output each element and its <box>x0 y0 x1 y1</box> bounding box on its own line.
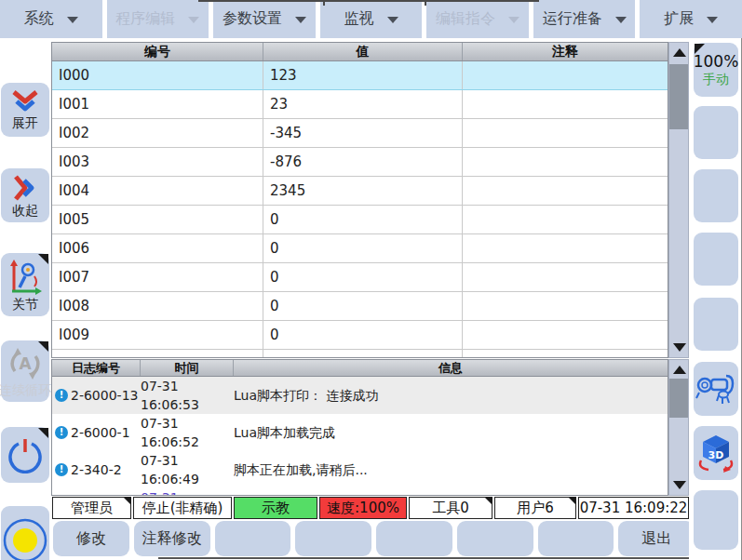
variable-row-I008[interactable]: I0080 <box>52 292 668 321</box>
view-3d-button[interactable]: 3D <box>694 426 738 480</box>
variable-row-I005[interactable]: I0050 <box>52 206 668 234</box>
variable-comment-cell <box>463 90 668 118</box>
soft-key-label: 修改 <box>76 529 106 549</box>
log-scrollbar-thumb[interactable] <box>669 379 688 418</box>
corner-marker-icon <box>38 428 48 438</box>
joint-coord-button[interactable]: 关节 <box>1 253 49 316</box>
variable-value-cell: 0 <box>263 263 463 291</box>
servo-indicator-button[interactable] <box>1 506 49 560</box>
variable-comment-cell <box>463 292 668 320</box>
log-row-4[interactable]: !1-923-107-31 16:06:29伺服没有打开，请先打开伺服 <box>52 488 668 496</box>
variable-row-I000[interactable]: I000123 <box>52 61 668 90</box>
status-speed[interactable]: 速度:100% <box>319 497 407 519</box>
continuous-cycle-label: 连续循环 <box>0 382 51 397</box>
variable-row-I010[interactable]: I010236 <box>52 350 668 358</box>
variable-id-cell: I000 <box>52 61 263 89</box>
continuous-cycle-button: A 连续循环 <box>1 340 49 402</box>
log-scrollbar[interactable] <box>668 359 689 496</box>
log-message-cell: Lua脚本加载完成 <box>234 423 668 442</box>
info-icon: ! <box>55 463 68 476</box>
log-column-id: 日志编号 <box>52 360 141 376</box>
variable-row-I001[interactable]: I00123 <box>52 90 668 119</box>
variable-value-cell: -345 <box>263 119 463 147</box>
soft-key-bar: 修改注释修改退出 <box>53 521 695 556</box>
chevron-down-icon <box>295 17 306 23</box>
table-scrollbar-thumb[interactable] <box>669 64 688 129</box>
variable-value-cell: 0 <box>263 292 463 320</box>
soft-key-empty-6[interactable] <box>457 521 533 556</box>
table-scrollbar[interactable] <box>668 42 689 358</box>
scroll-down-icon[interactable] <box>673 481 686 489</box>
variable-row-I007[interactable]: I0070 <box>52 263 668 292</box>
right-toolbar-button-2[interactable] <box>694 106 738 159</box>
variable-row-I003[interactable]: I003-876 <box>52 148 668 177</box>
menu-item-7[interactable]: 扩展 <box>640 0 742 38</box>
scroll-up-icon[interactable] <box>673 48 686 57</box>
variable-row-I006[interactable]: I0060 <box>52 234 668 263</box>
variable-comment-cell <box>463 61 668 89</box>
log-message-cell: 脚本正在加载,请稍后... <box>234 460 668 479</box>
variable-row-I004[interactable]: I0042345 <box>52 177 668 206</box>
expand-button[interactable]: 展开 <box>1 83 49 137</box>
log-message-line: 脚本正在加载,请稍后... <box>234 460 668 479</box>
variable-comment-cell <box>463 234 668 262</box>
teach-pendant-button[interactable] <box>694 362 738 416</box>
variable-row-I009[interactable]: I0090 <box>52 321 668 350</box>
scroll-down-icon[interactable] <box>673 343 686 352</box>
right-toolbar-button-3[interactable] <box>694 169 738 222</box>
corner-marker-icon <box>38 254 48 264</box>
soft-key-empty-5[interactable] <box>376 521 452 556</box>
log-row-1[interactable]: !2-6000-1307-31 16:06:53Lua脚本打印： 连接成功 <box>52 377 668 414</box>
menu-item-label: 参数设置 <box>223 9 282 29</box>
soft-key-注释修改[interactable]: 注释修改 <box>134 521 210 556</box>
corner-marker-icon <box>123 497 131 505</box>
variable-id-cell: I009 <box>52 321 263 349</box>
log-column-time: 时间 <box>141 360 234 376</box>
log-level-cell: ! <box>52 426 71 439</box>
variable-row-I002[interactable]: I002-345 <box>52 119 668 148</box>
right-toolbar-button-4[interactable] <box>694 233 738 286</box>
menu-item-6[interactable]: 运行准备 <box>533 0 636 38</box>
variable-value-cell: 123 <box>263 61 463 89</box>
right-toolbar-button-8[interactable] <box>694 490 738 550</box>
status-teach-mode[interactable]: 示教 <box>234 497 317 519</box>
variable-comment-cell <box>463 119 668 147</box>
variable-value-cell: 0 <box>263 321 463 349</box>
variable-id-cell: I008 <box>52 292 263 320</box>
menu-item-3[interactable]: 参数设置 <box>213 0 316 38</box>
right-toolbar: 100% 手动 3D <box>689 38 742 560</box>
corner-marker-icon <box>38 341 48 352</box>
status-user-frame[interactable]: 用户6 <box>494 497 576 519</box>
status-tool[interactable]: 工具0 <box>409 497 492 519</box>
variable-id-cell: I001 <box>52 90 263 118</box>
soft-key-empty-7[interactable] <box>538 521 614 556</box>
log-message-cell: Lua脚本打印： 连接成功 <box>234 386 668 405</box>
chevron-down-icon <box>508 17 519 23</box>
log-row-3[interactable]: !2-340-207-31 16:06:49脚本正在加载,请稍后... <box>52 451 668 488</box>
soft-key-empty-3[interactable] <box>215 521 291 556</box>
soft-key-修改[interactable]: 修改 <box>53 521 129 556</box>
variable-value-cell: 0 <box>263 206 463 233</box>
log-message-line: Lua脚本打印： 连接成功 <box>234 386 668 405</box>
menu-item-1[interactable]: 系统 <box>0 0 102 38</box>
soft-key-empty-4[interactable] <box>295 521 371 556</box>
manual-mode-label: 手动 <box>703 71 729 87</box>
speed-mode-button[interactable]: 100% 手动 <box>694 43 738 97</box>
menu-bar: 系统程序编辑参数设置监视编辑指令运行准备扩展 <box>0 0 742 38</box>
chevrons-right-icon <box>11 173 39 203</box>
collapse-button[interactable]: 收起 <box>1 168 49 222</box>
status-teach-mode-label: 示教 <box>262 500 290 517</box>
power-button[interactable] <box>1 427 49 483</box>
soft-key-退出[interactable]: 退出 <box>618 521 695 556</box>
soft-key-label: 退出 <box>641 529 671 549</box>
variable-id-cell: I003 <box>52 148 263 176</box>
log-row-2[interactable]: !2-6000-107-31 16:06:52Lua脚本加载完成 <box>52 414 668 451</box>
log-column-message: 信息 <box>234 360 668 376</box>
status-run-state[interactable]: 停止(非精确) <box>133 497 232 519</box>
right-toolbar-button-5[interactable] <box>694 298 738 351</box>
scroll-up-icon[interactable] <box>673 366 686 374</box>
log-id-cell: 2-6000-1 <box>71 423 141 442</box>
menu-item-4[interactable]: 监视 <box>320 0 423 38</box>
chevrons-down-icon <box>9 89 41 115</box>
status-user-level[interactable]: 管理员 <box>52 497 131 519</box>
